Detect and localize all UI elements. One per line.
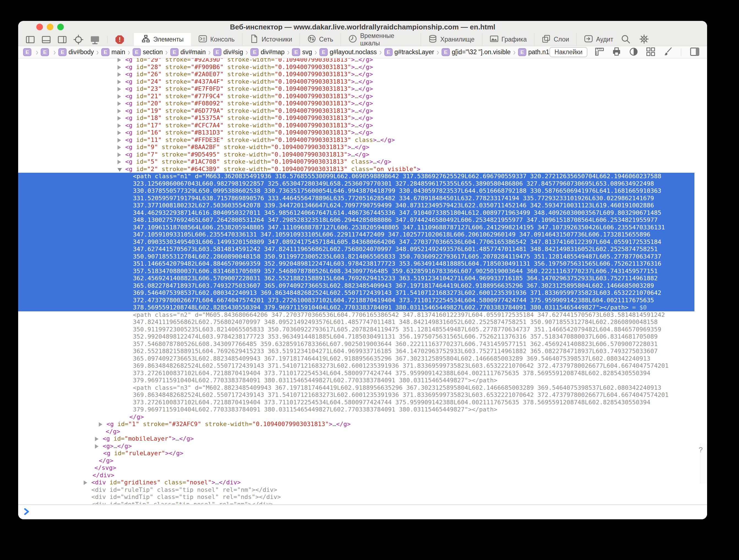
quick-console[interactable] xyxy=(18,505,707,519)
dom-tree-row[interactable]: <g id="11" stroke="#FFDE3E" stroke-width… xyxy=(18,137,695,144)
breadcrumb-item-div-body[interactable]: Ediv#body xyxy=(58,48,94,56)
dom-tree-row[interactable]: <g id="16" stroke="#B131D3" stroke-width… xyxy=(18,129,695,137)
dom-tree-row[interactable]: 357.5468078780526L608.343097766485 359.6… xyxy=(18,341,695,348)
zoom-button[interactable] xyxy=(57,24,64,30)
dom-tree-row[interactable]: 337.3771008180232L627.5036035542078 339.… xyxy=(18,202,695,209)
disclosure-triangle-icon[interactable] xyxy=(99,422,102,427)
grid-overlay-icon[interactable] xyxy=(646,47,655,58)
dom-tree-row[interactable]: 362.55218821588915L604.7692629415233 363… xyxy=(18,348,695,355)
disclosure-triangle-icon[interactable] xyxy=(118,102,121,106)
print-icon[interactable] xyxy=(612,47,621,58)
paintbrush-icon[interactable] xyxy=(663,47,673,58)
dom-tree-row[interactable]: 323.12569860067043L660.9827981922857 325… xyxy=(18,180,695,188)
dock-bottom-icon[interactable] xyxy=(41,35,51,44)
dom-tree-row[interactable]: <g id="26" stroke="#2A0E07" stroke-width… xyxy=(18,71,695,78)
tab-graphics[interactable]: Графика xyxy=(482,33,534,46)
dom-tree-row[interactable]: <g id="ruleLayer"></g> xyxy=(18,450,695,457)
disclosure-triangle-icon[interactable] xyxy=(118,80,121,84)
dom-tree-row[interactable]: 365.0974092736653L602.8823485409943 367.… xyxy=(18,355,695,363)
sidebar-right-icon[interactable] xyxy=(690,46,700,58)
dom-tree-row[interactable]: 362.4569241408823L606.5709007228031 362.… xyxy=(18,275,695,282)
breadcrumb-item-g-layout[interactable]: Eg#layout.noclass xyxy=(319,48,377,56)
dom-tree-row[interactable]: 351.1466542079482L604.8846570969359 352.… xyxy=(18,260,695,267)
disclosure-triangle-icon[interactable] xyxy=(84,481,87,485)
dom-tree-row[interactable]: 347.10961518708564L606.2538205948805 347… xyxy=(18,224,695,231)
tab-audit[interactable]: Аудит xyxy=(576,33,621,46)
dom-tree-row[interactable]: 347.6274415705673L603.5814814591242 347.… xyxy=(18,246,695,253)
dom-tree-row[interactable]: 373.2726100837102L604.7218870419404 373.… xyxy=(18,370,695,377)
disclosure-triangle-icon[interactable] xyxy=(118,131,121,135)
tab-console[interactable]: Консоль xyxy=(191,33,242,46)
breadcrumb-item-svg[interactable]: Esvg xyxy=(292,48,312,56)
disclosure-triangle-icon[interactable] xyxy=(118,65,121,69)
breadcrumb-item-g-trackslayer[interactable]: Eg#tracksLayer xyxy=(384,48,434,56)
dom-tree-row[interactable]: 369.86348482682524L602.5507172439143 371… xyxy=(18,362,695,370)
breadcrumb-item-div-main[interactable]: Ediv#main xyxy=(170,48,206,56)
dom-tree-row[interactable]: 347.8241119656862L602.7568024070997 348.… xyxy=(18,319,695,326)
error-badge-icon[interactable]: ! xyxy=(115,35,125,44)
breadcrumb-item-path-n1[interactable]: Epath.n1 xyxy=(518,48,550,56)
dom-tree-row[interactable]: <g id="9" stroke="#8AA2BF" stroke-width=… xyxy=(18,144,695,151)
disclosure-triangle-icon[interactable] xyxy=(95,444,99,448)
disclosure-triangle-icon[interactable] xyxy=(118,95,121,99)
disclosure-triangle-icon[interactable] xyxy=(118,109,121,113)
tab-network[interactable]: Сеть xyxy=(300,33,341,46)
dom-tree-row[interactable]: <path class="n3" d="M602.8823485409943 3… xyxy=(18,384,695,392)
dom-tree-row[interactable]: <div id="dotTip" class="tip nosel" rel="… xyxy=(18,501,695,504)
stickers-button[interactable]: Наклейки xyxy=(550,47,587,57)
disclosure-triangle-icon[interactable] xyxy=(118,138,121,143)
breadcrumb-item-div-sig[interactable]: Ediv#sig xyxy=(213,48,243,56)
ruler-icon[interactable] xyxy=(595,47,604,58)
dom-tree-row[interactable]: </g> xyxy=(18,457,695,464)
dom-tree-row[interactable]: <g id="24" stroke="#437A4F" stroke-width… xyxy=(18,78,695,85)
dom-tree-row[interactable]: 344.4629322938714L616.8040950327011 345.… xyxy=(18,209,695,217)
dom-tree-row[interactable]: <div id="gridlines" class="nosel">…</div… xyxy=(18,479,695,486)
inspect-target-icon[interactable] xyxy=(73,34,84,45)
dom-tree-row[interactable]: <g id="2" stroke="#64C3B9" stroke-width=… xyxy=(18,166,695,173)
close-button[interactable] xyxy=(36,24,43,30)
dom-tree-row[interactable]: 372.47379780026677L604.6674047574201 373… xyxy=(18,297,695,304)
dom-tree-row[interactable]: 347.09035303495403L606.1499320150809 347… xyxy=(18,238,695,246)
dom-tree-row[interactable]: <g id="7" stroke="#9D5495" stroke-width=… xyxy=(18,151,695,158)
dom-tree-row[interactable]: <path class="n2" d="M605.843680664206 34… xyxy=(18,311,695,319)
dom-tree-row[interactable]: <path class="n1" d="M663.3620835491936 3… xyxy=(18,173,695,180)
dom-tree-row[interactable]: <g id="20" stroke="#F08092" stroke-width… xyxy=(18,100,695,107)
dom-tree-row[interactable]: 373.2726100837102L604.7218870419404 373.… xyxy=(18,399,695,406)
disclosure-triangle-icon[interactable] xyxy=(118,168,122,172)
dom-tree-row[interactable]: <g id="23" stroke="#E7F0FD" stroke-width… xyxy=(18,85,695,93)
breadcrumb-item-main[interactable]: Emain xyxy=(101,48,125,56)
dom-tree-row[interactable]: 348.13002757692465L607.2642808531264 347… xyxy=(18,216,695,224)
dom-tree-row[interactable]: <g id="19" stroke="#6D779A" stroke-width… xyxy=(18,107,695,115)
search-icon[interactable] xyxy=(621,34,631,45)
dom-tree-row[interactable]: <g id="mobileLayer">…</g> xyxy=(18,435,695,442)
dom-tree-row[interactable]: </svg> xyxy=(18,464,695,472)
disclosure-triangle-icon[interactable] xyxy=(118,72,121,77)
dom-tree-row[interactable]: </div> xyxy=(18,472,695,479)
tab-timelines[interactable]: Временные шкалы xyxy=(341,33,421,46)
dock-right-icon[interactable] xyxy=(57,35,67,44)
gear-icon[interactable] xyxy=(639,34,649,45)
disclosure-triangle-icon[interactable] xyxy=(118,58,121,62)
breadcrumb-item-div-map[interactable]: Ediv#map xyxy=(250,48,285,56)
disclosure-triangle-icon[interactable] xyxy=(118,87,121,91)
dom-tree-row[interactable]: 357.5183470880037L606.8314681705089 357.… xyxy=(18,267,695,275)
disclosure-triangle-icon[interactable] xyxy=(95,437,99,441)
dom-tree-row[interactable]: 379.9697115910404L602.7703383784091 380.… xyxy=(18,406,695,413)
dom-tree-row[interactable]: <g>…</g> xyxy=(18,442,695,450)
dom-tree-row[interactable]: 365.0822784718937L603.7493275033607 365.… xyxy=(18,282,695,290)
dom-tree-row[interactable]: 331.52059597191794L638.7157869890576 333… xyxy=(18,195,695,202)
tab-layers[interactable]: Слои xyxy=(534,33,576,46)
dom-tree-row[interactable]: 369.86348482682524L602.5507172439143 371… xyxy=(18,391,695,399)
breadcrumb-item[interactable]: E xyxy=(23,48,33,56)
disclosure-triangle-icon[interactable] xyxy=(118,116,121,121)
dom-tree-row[interactable]: 369.5464075398537L602.080342240913 369.8… xyxy=(18,290,695,297)
dom-tree-row[interactable]: <g id="29" stroke="#92A39D" stroke-width… xyxy=(18,58,695,63)
dom-tree-row[interactable]: </g> xyxy=(18,413,695,421)
tab-sources[interactable]: Источники xyxy=(242,33,300,46)
disclosure-triangle-icon[interactable] xyxy=(118,145,121,150)
dom-tree-row[interactable]: <g id="21" stroke="#77F9C4" stroke-width… xyxy=(18,93,695,100)
dock-left-icon[interactable] xyxy=(25,35,35,44)
dom-tree-row[interactable]: <g id="1" stroke="#32AFC9" stroke-width=… xyxy=(18,420,695,428)
dom-tree-row[interactable]: 330.0378550577329L650.0995388602538 330.… xyxy=(18,187,695,195)
contrast-icon[interactable] xyxy=(629,47,638,58)
